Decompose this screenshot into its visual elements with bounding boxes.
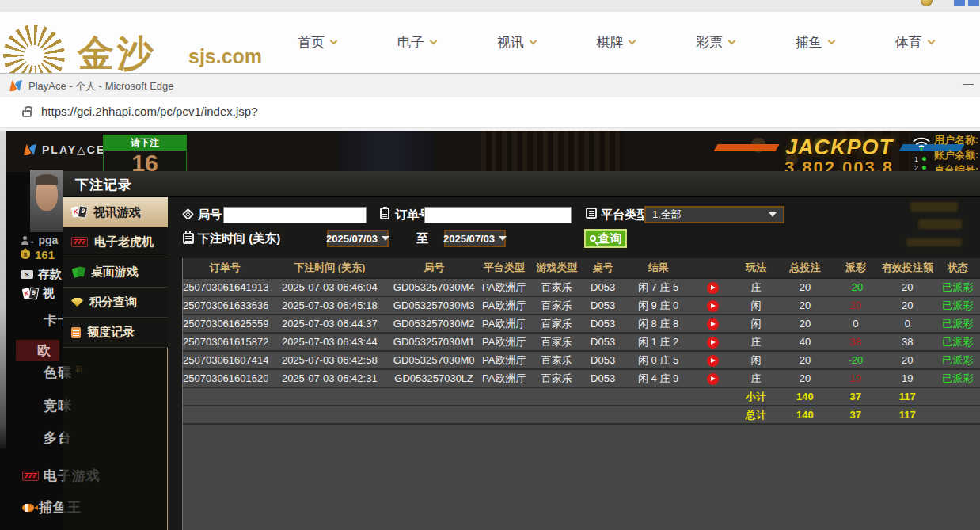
bet-time-label: 下注时间 (美东) — [198, 231, 280, 246]
signal-dot-icon — [922, 157, 926, 161]
payout-cell: -20 — [832, 278, 879, 296]
bet-time-cell: 2025-07-03 06:42:31 — [268, 369, 392, 387]
top-nav-item[interactable]: 棋牌 — [596, 33, 635, 51]
status-cell: 已派彩 — [936, 296, 980, 315]
date-to-select[interactable]: 2025/07/03 — [444, 230, 506, 247]
table-number-cell: D053 — [581, 296, 624, 315]
video-cards-icon — [71, 206, 87, 219]
game-type-cell: 百家乐 — [532, 351, 581, 369]
site-logo-domain[interactable]: sjs.com — [188, 45, 262, 68]
platform-type-select[interactable]: 1.全部 — [644, 206, 784, 223]
popup-main: 局号 订单号 平台类型 1.全部 下注时间 (美东) 2025/07/03 — [168, 197, 980, 530]
url-text[interactable]: https://gci.2hhapi.com/pc/pcv1/index.jsp… — [41, 105, 258, 118]
total-bet-cell: 20 — [778, 296, 831, 315]
top-nav-item[interactable]: 首页 — [298, 33, 336, 51]
result-cell: 闲 9 庄 0 — [625, 296, 693, 315]
top-nav-item[interactable]: 彩票 — [696, 33, 735, 51]
status-cell: 已派彩 — [936, 315, 980, 333]
payout-cell: 38 — [832, 333, 879, 351]
status-cell: 已派彩 — [936, 333, 980, 351]
play-replay-button[interactable] — [707, 373, 719, 385]
table-games-icon — [71, 266, 85, 279]
summary-cell — [392, 406, 477, 424]
column-header: 平台类型 — [477, 258, 532, 278]
account-info-label: 用户名称: — [934, 132, 978, 147]
status-cell: 已派彩 — [936, 351, 980, 369]
table-row: 2507030616255592025-07-03 06:44:37GD0532… — [183, 315, 980, 333]
order-number-cell: 250703061601620 — [183, 369, 268, 387]
platform-cell: PA欧洲厅 — [477, 278, 532, 296]
play-cell — [692, 296, 733, 315]
top-nav-item[interactable]: 电子 — [397, 33, 436, 51]
top-nav-item-label: 彩票 — [696, 33, 723, 51]
site-logo-text[interactable]: 金沙 — [78, 29, 157, 73]
date-from-select[interactable]: 2025/07/03 — [327, 230, 389, 247]
top-nav-item-label: 体育 — [895, 33, 922, 51]
result-cell: 闲 8 庄 8 — [625, 315, 693, 333]
background-bleed — [918, 219, 962, 229]
table-row: 2507030616074142025-07-03 06:42:58GD0532… — [183, 351, 980, 369]
summary-cell — [268, 387, 392, 406]
platform-cell: PA欧洲厅 — [477, 315, 532, 333]
table-number-cell: D053 — [581, 351, 624, 369]
column-header: 有效投注额 — [879, 258, 935, 278]
play-replay-button[interactable] — [707, 355, 719, 367]
result-cell: 闲 0 庄 5 — [625, 351, 693, 369]
summary-cell — [268, 406, 392, 424]
tag-icon — [182, 208, 195, 221]
order-number-input[interactable] — [424, 207, 572, 223]
popup-menu-item[interactable]: 视讯游戏 — [63, 197, 175, 227]
top-nav-item-label: 捕鱼 — [796, 33, 822, 51]
column-header: 派彩 — [832, 258, 879, 278]
total-bet-cell: 20 — [778, 315, 831, 333]
background-photo — [339, 131, 434, 172]
play-replay-button[interactable] — [707, 318, 719, 330]
summary-cell — [183, 387, 268, 406]
play-cell — [692, 369, 733, 387]
signal-number: 1 — [914, 155, 918, 163]
minimize-button[interactable]: — — [963, 77, 974, 90]
bet-time-cell: 2025-07-03 06:43:44 — [268, 333, 392, 351]
round-number-input[interactable] — [223, 207, 367, 223]
play-replay-button[interactable] — [707, 282, 719, 294]
address-bar: https://gci.2hhapi.com/pc/pcv1/index.jsp… — [0, 97, 980, 128]
play-replay-button[interactable] — [707, 337, 719, 349]
top-nav-item[interactable]: 捕鱼 — [796, 33, 834, 51]
column-header: 游戏类型 — [532, 258, 581, 278]
background-bleed — [906, 238, 962, 246]
table-row: 2507030616336362025-07-03 06:45:18GD0532… — [183, 296, 980, 315]
popup-menu: 视讯游戏电子老虎机桌面游戏积分查询额度记录 — [63, 197, 168, 348]
valid-bet-cell: 19 — [879, 369, 935, 387]
query-button[interactable]: 查询 — [584, 229, 627, 248]
play-replay-button[interactable] — [707, 300, 719, 312]
summary-cell — [692, 387, 733, 406]
page-content: PLAY△CE 请下注 16 JACKPOT 3,802,003.8 — [0, 128, 980, 530]
popup-menu-item[interactable]: 额度记录 — [63, 318, 168, 348]
chevron-down-icon — [330, 37, 338, 45]
query-button-label: 查询 — [598, 231, 622, 246]
summary-cell: 140 — [778, 406, 831, 424]
status-cell: 已派彩 — [936, 278, 980, 296]
lobby-tab[interactable]: 欧 — [16, 340, 59, 361]
top-nav-item-label: 棋牌 — [596, 33, 623, 51]
column-header: 结果 — [625, 258, 693, 278]
result-cell: 闲 1 庄 2 — [625, 333, 693, 351]
order-number-cell: 250703061607414 — [183, 351, 268, 369]
popup-menu-item[interactable]: 电子老虎机 — [63, 227, 168, 257]
game-type-cell: 百家乐 — [532, 315, 581, 333]
popup-menu-item[interactable]: 桌面游戏 — [63, 257, 168, 288]
popup-menu-item[interactable]: 积分查询 — [63, 288, 168, 318]
signal-dot-icon — [922, 166, 926, 170]
payout-cell: -20 — [832, 351, 879, 369]
summary-cell — [581, 406, 624, 424]
status-cell: 已派彩 — [936, 369, 980, 387]
slots-777-icon — [71, 237, 88, 247]
column-header: 局号 — [392, 258, 477, 278]
round-filter-label: 局号 — [198, 208, 222, 223]
column-header: 下注时间 (美东) — [268, 258, 392, 278]
summary-cell — [692, 406, 733, 424]
top-nav-item[interactable]: 体育 — [895, 33, 934, 51]
platform-cell: PA欧洲厅 — [477, 369, 532, 387]
top-nav-item[interactable]: 视讯 — [497, 33, 536, 51]
list-icon — [586, 208, 597, 219]
